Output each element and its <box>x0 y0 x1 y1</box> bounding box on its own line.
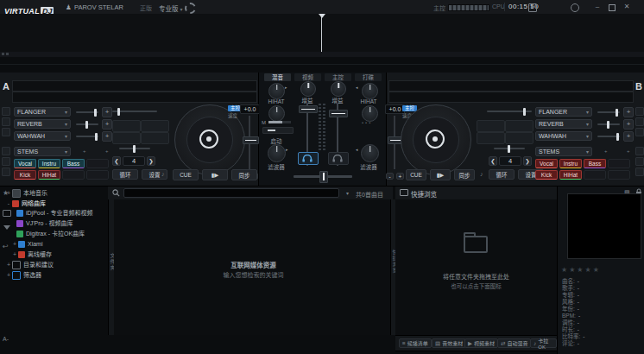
fx-slot-2-dropdown-b[interactable]: REVERB▾ <box>535 119 592 129</box>
record-icon[interactable] <box>528 3 537 12</box>
deck-b-rail-button[interactable] <box>635 147 644 155</box>
sidebar-item-filters[interactable]: + 筛选器 <box>5 270 107 280</box>
fx-slot-2-dropdown[interactable]: REVERB▾ <box>14 119 71 129</box>
maximize-button[interactable] <box>609 4 616 11</box>
loop-half-button[interactable]: ❮ <box>112 156 121 166</box>
play-button-a[interactable]: ▮▶ <box>202 169 228 180</box>
stem-pad-hihat-b[interactable]: HiHat <box>559 170 582 180</box>
cue-button-b[interactable]: CUE <box>406 169 426 180</box>
deck-b-rail-button[interactable] <box>635 117 644 126</box>
knob-arrow-icon[interactable]: ◂ <box>356 147 358 152</box>
stem-pad-instru-b[interactable]: Instru <box>559 159 582 168</box>
pad-cell[interactable] <box>141 120 169 132</box>
album-art[interactable] <box>567 193 641 259</box>
pitch-plus-button-b[interactable]: + <box>396 173 404 180</box>
sampler-toggle[interactable]: ▤音效素材 <box>432 338 466 348</box>
stem-pad-empty[interactable] <box>584 170 606 180</box>
deck-a-rail-button[interactable] <box>2 168 10 176</box>
knob-arrow-icon[interactable]: ▸ <box>285 85 287 90</box>
fx-slot-3-dropdown-b[interactable]: WAHWAH▾ <box>535 131 592 141</box>
pfl-button-a[interactable] <box>298 152 319 165</box>
close-button[interactable]: ✕ <box>622 3 632 10</box>
video-toggle[interactable]: ▶视频素材 <box>464 338 498 348</box>
tab-master[interactable]: 主控 <box>325 73 351 81</box>
sync-button-b[interactable]: 同步 <box>454 169 475 180</box>
sidebar-item-digitrax[interactable]: Digitrax - 卡拉OK曲库 <box>16 229 108 238</box>
deck-a-rail-button[interactable] <box>2 107 10 116</box>
loop-length-value[interactable]: 4 <box>123 156 145 166</box>
stems-plus-icon[interactable]: + <box>83 149 86 154</box>
fx-slot-1-on-button[interactable]: + <box>102 107 112 117</box>
tab-mixer[interactable]: 混音 <box>264 73 291 81</box>
deck-b-rail-button[interactable] <box>635 157 644 166</box>
loop-double-button[interactable]: ❯ <box>147 156 155 166</box>
chevron-down-icon[interactable]: ▾ <box>346 190 349 196</box>
overview-wave-strip[interactable] <box>0 57 644 73</box>
loop-half-button-b[interactable]: ❮ <box>489 156 497 166</box>
loop-button[interactable]: 循环 <box>112 169 138 180</box>
help-icon[interactable] <box>571 3 579 12</box>
knob-arrow-icon[interactable]: ◂ <box>356 85 358 90</box>
stems-plus-icon[interactable]: + <box>105 149 109 154</box>
stem-pad-instru[interactable]: Instru <box>38 159 60 168</box>
sidebar-item-folders[interactable]: + 目录和建议 <box>5 260 107 269</box>
key-slider-b[interactable] <box>487 111 532 112</box>
stem-knob-a[interactable] <box>268 83 285 99</box>
stem-pad-hihat[interactable]: HiHat <box>38 170 60 180</box>
loop-length-value-b[interactable]: 4 <box>499 156 521 166</box>
sync-button-a[interactable]: 同步 <box>231 169 257 180</box>
deck-a-rail-button[interactable] <box>2 117 10 126</box>
karaoke-toggle[interactable]: ♪卡拉OK <box>530 338 557 348</box>
filter-funnel-icon[interactable] <box>3 225 10 230</box>
fx-slot-2-slider-b[interactable] <box>597 123 620 125</box>
sidebar-item-vjpro[interactable]: VJ'Pro - 视频曲库 <box>16 218 108 228</box>
stem-knob-b[interactable] <box>362 83 378 99</box>
crossfader-handle[interactable] <box>319 171 328 183</box>
deck-b-rail-button[interactable] <box>635 107 644 116</box>
stem-amount-knob-a[interactable] <box>268 105 285 122</box>
play-button-b[interactable]: ▮▶ <box>430 169 451 180</box>
sidebar-item-online-music[interactable]: - 网络曲库 <box>5 199 107 208</box>
stem-pad-bass[interactable]: Bass <box>62 159 85 168</box>
gain-knob-a[interactable] <box>300 81 316 97</box>
tab-scratch[interactable]: 打碟 <box>355 73 382 81</box>
stems-plus-icon[interactable]: + <box>604 149 608 154</box>
pad-cell[interactable] <box>505 132 534 144</box>
font-zoom-control[interactable]: A- <box>3 336 9 342</box>
deck-b-rail-button[interactable] <box>635 168 644 176</box>
fx-slot-3-slider[interactable] <box>76 136 98 137</box>
fx-slot-1-on-button-b[interactable]: + <box>623 107 634 117</box>
fx-slot-1-dropdown[interactable]: FLANGER▾ <box>14 107 71 117</box>
fx-slot-1-slider[interactable] <box>76 111 98 113</box>
pad-cell[interactable] <box>477 120 505 132</box>
stem-pad-vocal[interactable]: Vocal <box>14 159 36 168</box>
fx-slot-3-slider-b[interactable] <box>597 136 620 137</box>
pad-cell[interactable] <box>112 120 141 132</box>
stem-pad-kick[interactable]: Kick <box>14 170 36 180</box>
stem-pad-kick-b[interactable]: Kick <box>535 170 558 180</box>
covers-icon[interactable] <box>3 210 11 217</box>
fx-slot-1-dropdown-b[interactable]: FLANGER▾ <box>535 107 592 117</box>
sidebar-item-local-music[interactable]: + 本地音乐 <box>5 188 107 198</box>
fx-slot-3-dropdown[interactable]: WAHWAH▾ <box>14 131 71 141</box>
fx-slot-2-slider[interactable] <box>76 123 98 125</box>
sidelist-toggle[interactable]: ≡候播清单 <box>399 338 432 348</box>
fx-mini-slider[interactable] <box>119 148 150 149</box>
minimize-button[interactable]: – <box>592 3 603 10</box>
volume-fader-b-handle[interactable] <box>329 110 348 117</box>
sidebar-item-idjpool[interactable]: iDjPool - 专业音频和视频 <box>16 208 108 218</box>
fx-slot-3-on-button-b[interactable]: + <box>623 131 634 142</box>
pitch-minus-button-b[interactable]: - <box>386 173 394 180</box>
pitch-slider-handle[interactable] <box>243 136 259 144</box>
rhythm-wave-area[interactable] <box>0 14 644 53</box>
stem-pad-empty[interactable] <box>608 170 630 180</box>
edition-dropdown[interactable]: 专业版 ▾ <box>159 3 183 13</box>
gear-icon[interactable] <box>185 3 196 14</box>
filter-knob-a[interactable] <box>268 144 286 162</box>
stem-pad-vocal-b[interactable]: Vocal <box>535 159 558 168</box>
pad-cell[interactable] <box>112 132 141 144</box>
pad-cell[interactable] <box>141 132 169 144</box>
loop-double-button-b[interactable]: ❯ <box>523 156 532 166</box>
pfl-button-b[interactable] <box>328 152 349 165</box>
loop-button-b[interactable]: 循环 <box>489 169 515 180</box>
